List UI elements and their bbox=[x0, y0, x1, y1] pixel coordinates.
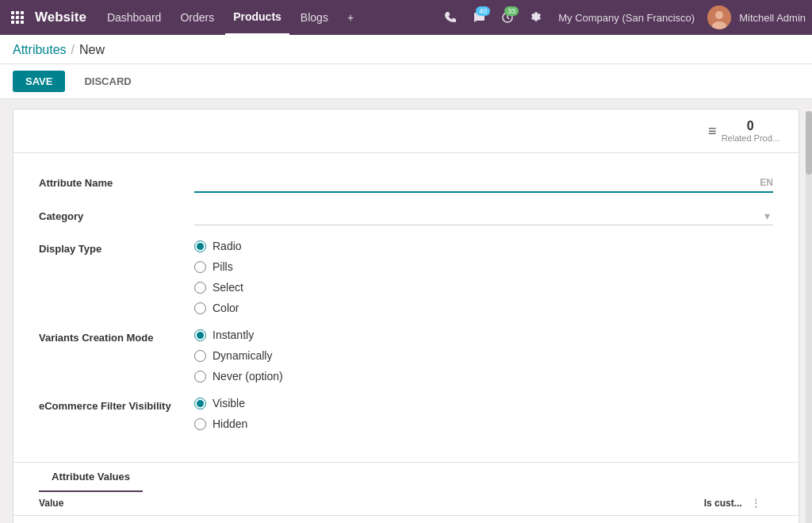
breadcrumb: Attributes / New bbox=[0, 35, 812, 64]
phone-icon[interactable] bbox=[438, 5, 463, 30]
form-card: ≡ 0 Related Prod... Attribute Name EN bbox=[13, 109, 799, 523]
table-wrap: Value Is cust... ⋮ Add a line bbox=[13, 491, 799, 523]
related-products-smart-btn[interactable]: ≡ 0 Related Prod... bbox=[702, 116, 786, 146]
ecommerce-hidden-input[interactable] bbox=[194, 418, 206, 430]
svg-rect-5 bbox=[21, 16, 24, 19]
ecommerce-label: eCommerce Filter Visibility bbox=[39, 395, 182, 412]
ecommerce-options: Visible Hidden bbox=[194, 395, 773, 430]
list-icon: ≡ bbox=[708, 123, 717, 140]
attribute-name-field: EN bbox=[194, 172, 773, 193]
variants-dynamically-option[interactable]: Dynamically bbox=[194, 349, 773, 362]
display-type-pills-label: Pills bbox=[213, 260, 233, 273]
svg-rect-1 bbox=[16, 11, 19, 14]
settings-icon[interactable] bbox=[523, 5, 549, 30]
display-type-select-input[interactable] bbox=[194, 282, 206, 294]
category-label: Category bbox=[39, 206, 182, 222]
ecommerce-hidden-label: Hidden bbox=[213, 417, 247, 430]
attribute-name-label: Attribute Name bbox=[39, 172, 182, 189]
display-type-row: Display Type Radio Pills bbox=[39, 238, 773, 314]
smart-button-bar: ≡ 0 Related Prod... bbox=[13, 110, 799, 153]
variants-never-label: Never (option) bbox=[213, 370, 283, 383]
clock-badge: 33 bbox=[504, 6, 519, 16]
svg-rect-0 bbox=[11, 11, 14, 14]
variants-mode-field: Instantly Dynamically Never (option) bbox=[194, 327, 773, 383]
variants-dynamically-label: Dynamically bbox=[213, 349, 272, 362]
variants-instantly-option[interactable]: Instantly bbox=[194, 329, 773, 341]
chat-icon[interactable]: 40 bbox=[466, 5, 492, 30]
avatar[interactable] bbox=[707, 6, 731, 29]
ecommerce-hidden-option[interactable]: Hidden bbox=[194, 417, 773, 430]
add-line-row[interactable]: Add a line bbox=[13, 516, 799, 524]
svg-rect-2 bbox=[21, 11, 24, 14]
display-type-radio-label: Radio bbox=[213, 240, 242, 252]
display-type-radio-input[interactable] bbox=[194, 240, 206, 252]
nav-orders[interactable]: Orders bbox=[172, 0, 222, 35]
ecommerce-visible-option[interactable]: Visible bbox=[194, 397, 773, 410]
discard-button[interactable]: DISCARD bbox=[71, 71, 144, 92]
breadcrumb-current: New bbox=[79, 43, 105, 57]
save-button[interactable]: SAVE bbox=[13, 71, 65, 92]
attribute-name-input[interactable] bbox=[194, 172, 773, 193]
variants-instantly-input[interactable] bbox=[194, 329, 206, 341]
topnav: Website Dashboard Orders Products Blogs … bbox=[0, 0, 812, 35]
main-content: ≡ 0 Related Prod... Attribute Name EN bbox=[0, 99, 812, 523]
display-type-color-input[interactable] bbox=[194, 302, 206, 314]
ecommerce-field: Visible Hidden bbox=[194, 395, 773, 430]
attribute-values-table: Value Is cust... ⋮ Add a line bbox=[13, 491, 799, 523]
nav-plus[interactable]: + bbox=[339, 0, 362, 35]
nav-dashboard[interactable]: Dashboard bbox=[99, 0, 170, 35]
radio-option-radio[interactable]: Radio bbox=[194, 240, 773, 252]
radio-option-select[interactable]: Select bbox=[194, 281, 773, 294]
svg-rect-3 bbox=[11, 16, 14, 19]
svg-rect-6 bbox=[11, 21, 14, 24]
display-type-select-label: Select bbox=[213, 281, 243, 294]
en-label: EN bbox=[760, 177, 773, 188]
nav-products[interactable]: Products bbox=[225, 0, 289, 35]
company-name[interactable]: My Company (San Francisco) bbox=[552, 12, 701, 24]
variants-mode-row: Variants Creation Mode Instantly Dynamic… bbox=[39, 327, 773, 383]
col-value: Value bbox=[13, 491, 363, 516]
display-type-field: Radio Pills Select bbox=[194, 238, 773, 314]
attribute-name-row: Attribute Name EN bbox=[39, 172, 773, 193]
breadcrumb-separator: / bbox=[71, 43, 75, 57]
display-type-label: Display Type bbox=[39, 238, 182, 255]
chat-badge: 40 bbox=[476, 6, 490, 16]
tab-bar: Attribute Values bbox=[13, 462, 799, 491]
scrollbar[interactable] bbox=[806, 111, 812, 523]
apps-menu-icon[interactable] bbox=[6, 6, 29, 29]
add-line-label[interactable]: Add a line bbox=[13, 516, 363, 524]
variants-never-option[interactable]: Never (option) bbox=[194, 370, 773, 383]
form-body: Attribute Name EN Category bbox=[13, 153, 799, 462]
variants-mode-options: Instantly Dynamically Never (option) bbox=[194, 327, 773, 383]
variants-dynamically-input[interactable] bbox=[194, 350, 206, 362]
svg-rect-4 bbox=[16, 16, 19, 19]
action-bar: SAVE DISCARD bbox=[0, 64, 812, 99]
category-row: Category bbox=[39, 206, 773, 225]
svg-rect-7 bbox=[16, 21, 19, 24]
category-select[interactable] bbox=[194, 206, 773, 225]
radio-option-color[interactable]: Color bbox=[194, 302, 773, 314]
nav-blogs[interactable]: Blogs bbox=[293, 0, 336, 35]
col-iscust: Is cust... ⋮ bbox=[363, 491, 799, 516]
display-type-pills-input[interactable] bbox=[194, 261, 206, 273]
variants-instantly-label: Instantly bbox=[213, 329, 254, 341]
display-type-color-label: Color bbox=[213, 302, 239, 314]
brand-name[interactable]: Website bbox=[32, 10, 96, 25]
clock-icon[interactable]: 33 bbox=[495, 5, 520, 30]
variants-mode-label: Variants Creation Mode bbox=[39, 327, 182, 344]
breadcrumb-parent[interactable]: Attributes bbox=[13, 43, 67, 57]
username[interactable]: Mitchell Admin bbox=[734, 12, 806, 24]
variants-never-input[interactable] bbox=[194, 371, 206, 383]
related-products-count: 0 bbox=[747, 119, 754, 133]
tab-attribute-values[interactable]: Attribute Values bbox=[39, 463, 143, 492]
category-field bbox=[194, 206, 773, 225]
related-products-label: Related Prod... bbox=[722, 133, 779, 143]
ecommerce-row: eCommerce Filter Visibility Visible Hidd… bbox=[39, 395, 773, 430]
display-type-options: Radio Pills Select bbox=[194, 238, 773, 314]
radio-option-pills[interactable]: Pills bbox=[194, 260, 773, 273]
svg-rect-8 bbox=[21, 21, 24, 24]
ecommerce-visible-input[interactable] bbox=[194, 398, 206, 410]
more-options-icon[interactable]: ⋮ bbox=[751, 498, 760, 509]
scrollbar-thumb[interactable] bbox=[806, 111, 812, 175]
svg-point-11 bbox=[715, 11, 723, 19]
